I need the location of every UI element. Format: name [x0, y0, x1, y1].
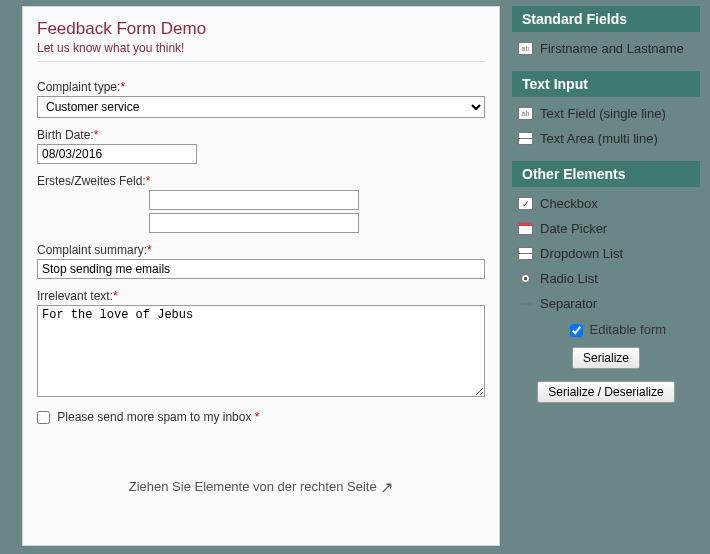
radio-icon	[518, 272, 533, 285]
complaint-type-label: Complaint type:*	[37, 80, 485, 94]
complaint-type-field: Complaint type:* Customer service	[37, 80, 485, 118]
sidebar: Standard Fields ab Firstname and Lastnam…	[512, 6, 700, 546]
sidebar-item-firstname-lastname[interactable]: ab Firstname and Lastname	[512, 36, 700, 61]
drop-hint: Ziehen Sie Elemente von der rechten Seit…	[37, 478, 485, 497]
irrelevant-field: Irrelevant text:* For the love of Jebus	[37, 289, 485, 400]
spam-check-row: Please send more spam to my inbox *	[37, 410, 485, 424]
other-elements-header: Other Elements	[512, 161, 700, 187]
standard-fields-header: Standard Fields	[512, 6, 700, 32]
birth-date-input[interactable]	[37, 144, 197, 164]
complaint-type-select[interactable]: Customer service	[37, 96, 485, 118]
serialize-deserialize-button[interactable]: Serialize / Deserialize	[537, 381, 674, 403]
editable-checkbox[interactable]	[570, 324, 583, 337]
double-field: Erstes/Zweites Feld:*	[37, 174, 485, 233]
spam-checkbox[interactable]	[37, 411, 50, 424]
sidebar-item-date-picker[interactable]: Date Picker	[512, 216, 700, 241]
textarea-icon	[518, 132, 533, 145]
double-field-input-2[interactable]	[149, 213, 359, 233]
editable-label: Editable form	[590, 322, 667, 337]
editable-form-row: Editable form	[512, 316, 700, 343]
sidebar-item-label: Separator	[540, 296, 597, 311]
sidebar-item-label: Text Field (single line)	[540, 106, 666, 121]
sidebar-item-checkbox[interactable]: ✓ Checkbox	[512, 191, 700, 216]
summary-field: Complaint summary:*	[37, 243, 485, 279]
serialize-button[interactable]: Serialize	[572, 347, 640, 369]
summary-label: Complaint summary:*	[37, 243, 485, 257]
text-input-header: Text Input	[512, 71, 700, 97]
sidebar-item-label: Text Area (multi line)	[540, 131, 658, 146]
datepicker-icon	[518, 222, 533, 235]
sidebar-item-text-field[interactable]: ab Text Field (single line)	[512, 101, 700, 126]
spam-check-label: Please send more spam to my inbox	[57, 410, 251, 424]
irrelevant-label: Irrelevant text:*	[37, 289, 485, 303]
double-field-label: Erstes/Zweites Feld:*	[37, 174, 485, 188]
arrow-icon: ↗	[380, 479, 393, 496]
sidebar-item-label: Radio List	[540, 271, 598, 286]
dropdown-icon	[518, 247, 533, 260]
birth-date-field: Birth Date:*	[37, 128, 485, 164]
sidebar-item-dropdown[interactable]: Dropdown List	[512, 241, 700, 266]
checkbox-icon: ✓	[518, 197, 533, 210]
sidebar-item-label: Dropdown List	[540, 246, 623, 261]
textfield-icon: ab	[518, 42, 533, 55]
birth-date-label: Birth Date:*	[37, 128, 485, 142]
sidebar-item-label: Firstname and Lastname	[540, 41, 684, 56]
irrelevant-textarea[interactable]: For the love of Jebus	[37, 305, 485, 397]
form-subtitle: Let us know what you think!	[37, 41, 485, 62]
textfield-icon: ab	[518, 107, 533, 120]
form-title: Feedback Form Demo	[37, 19, 485, 39]
sidebar-item-separator[interactable]: Separator	[512, 291, 700, 316]
double-field-input-1[interactable]	[149, 190, 359, 210]
separator-icon	[518, 297, 533, 310]
summary-input[interactable]	[37, 259, 485, 279]
sidebar-item-radio[interactable]: Radio List	[512, 266, 700, 291]
sidebar-item-label: Checkbox	[540, 196, 598, 211]
sidebar-item-text-area[interactable]: Text Area (multi line)	[512, 126, 700, 151]
sidebar-item-label: Date Picker	[540, 221, 607, 236]
form-panel: Feedback Form Demo Let us know what you …	[22, 6, 500, 546]
